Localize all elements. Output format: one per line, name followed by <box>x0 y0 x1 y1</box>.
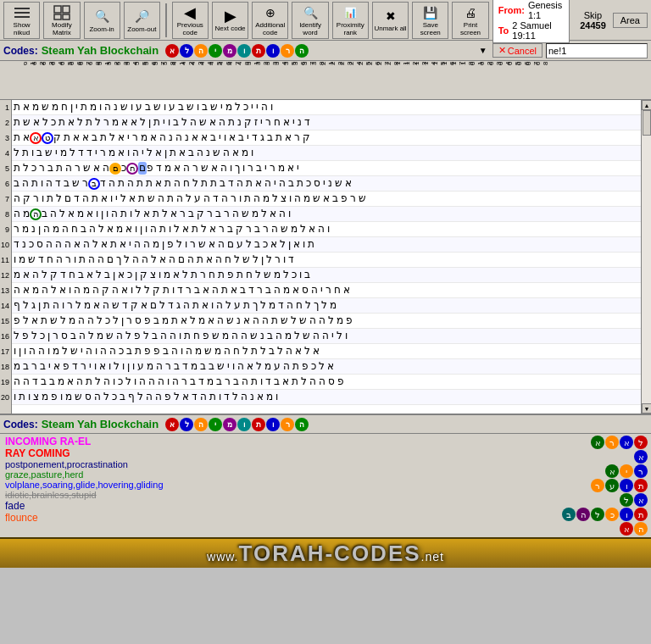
col-3-5: 35 <box>285 62 294 99</box>
col-5-8: 58 <box>164 62 173 99</box>
col-5-7: 57 <box>154 62 164 99</box>
col-1-3: 13 <box>415 62 425 99</box>
cancel-button[interactable]: ✕ Cancel <box>492 43 542 58</box>
proximity-rank-button[interactable]: 📊 Proximity rank <box>332 2 369 39</box>
zoom-out-button[interactable]: 🔎 Zoom-out <box>124 2 160 39</box>
col-0-1: 01 <box>471 62 481 99</box>
print-screen-button[interactable]: 🖨 Print screen <box>452 2 488 39</box>
row-num-20: 20 <box>0 390 11 405</box>
col-3-4: 34 <box>275 62 285 99</box>
scroll-down-button[interactable]: ▼ <box>642 403 651 414</box>
col-1-6: 16 <box>443 62 453 99</box>
text-row: א ש נ י ס כ ת ב ה י ה א ת ה ד ב ת ת ל ח … <box>12 176 641 192</box>
row-numbers: 1 2 3 4 5 6 7 8 9 10 11 12 13 14 15 16 1… <box>0 100 12 414</box>
text-row: ו מ א נ ה ל ד ו ת ה ד א ל פ ה ה ל ף ב כ … <box>12 390 641 405</box>
modify-matrix-button[interactable]: Modify Matrix <box>43 2 80 39</box>
word-volplane: volplane,soaring,glide,hovering,gliding <box>5 480 561 490</box>
bhc-4: י <box>209 418 222 431</box>
scrollbar[interactable]: ▲ ▼ <box>641 100 651 414</box>
right-chars: ל א ר א א ר י א ת ו <box>566 434 651 537</box>
char-row-6: ת ו כ ל ה ב <box>562 508 648 521</box>
text-row: א ח ר י ה ס א מ ה ב ר ד ב א ת ה א ב ר ד … <box>12 283 641 298</box>
hc-8: ו <box>266 44 280 58</box>
matrix-icon <box>52 3 72 22</box>
col-2-4: 24 <box>350 62 359 99</box>
skip-panel: Skip 24459 <box>580 10 606 31</box>
word-flounce: flounce <box>5 512 561 524</box>
col-5-6: 56 <box>145 62 154 99</box>
char-box: א <box>605 464 619 478</box>
text-grid: ו ה י י כ ל מ י ש ב ו ש ב ע ו ש ב ע ו ש … <box>12 100 641 414</box>
col-1-7: 17 <box>453 62 462 99</box>
char-box: א <box>620 522 633 536</box>
char-box: ל <box>634 436 648 449</box>
col-4-2: 42 <box>182 62 192 99</box>
text-row: ו ה א ל מ ש ה ר ב ר ק ב ר א ל ת א ל ו ת … <box>12 222 641 237</box>
zoom-in-icon: 🔍 <box>92 7 112 25</box>
char-row-3: ר י א <box>605 464 648 478</box>
search-input[interactable] <box>546 43 648 58</box>
row-num-14: 14 <box>0 298 11 314</box>
col-0-7: 07 <box>527 62 537 99</box>
char-box: ר <box>605 436 619 449</box>
identify-word-button[interactable]: 🔍 Identify word <box>292 2 328 39</box>
char-box: ת <box>634 479 648 492</box>
from-to-panel: From: Genesis 1:1 To 2 Samuel 19:11 <box>492 0 570 43</box>
next-code-button[interactable]: ▶ Next code <box>212 2 248 39</box>
col-3-3: 33 <box>266 62 275 99</box>
row-num-13: 13 <box>0 283 11 298</box>
char-box: ת <box>634 508 648 521</box>
bottom-content: INCOMING RA-EL RAY COMING postponement,p… <box>0 434 651 537</box>
footer-content: www.TORAH-CODES.net <box>207 541 444 567</box>
dropdown-arrow[interactable]: ▼ <box>479 46 487 55</box>
proximity-icon: 📊 <box>340 3 360 22</box>
row-num-9: 9 <box>0 222 11 237</box>
bhc-2: ל <box>180 418 193 431</box>
additional-code-button[interactable]: ⊕ Additional code <box>252 2 288 39</box>
next-icon: ▶ <box>220 7 241 25</box>
word-ray-coming: RAY COMING <box>5 447 561 459</box>
scroll-track[interactable] <box>642 110 651 403</box>
show-nikud-button[interactable]: Show nikud <box>3 2 40 39</box>
word-fade: fade <box>5 500 561 512</box>
col-6-4: 64 <box>52 62 61 99</box>
bhc-1: א <box>165 418 179 431</box>
row-num-10: 10 <box>0 237 11 253</box>
char-box: ה <box>576 508 590 521</box>
row-num-16: 16 <box>0 329 11 344</box>
word-incoming-ra-el: INCOMING RA-EL <box>5 436 561 447</box>
col-2-1: 21 <box>322 62 331 99</box>
bottom-codes-label: Codes: <box>3 419 38 430</box>
codes-label: Codes: <box>3 45 38 57</box>
save-screen-button[interactable]: 💾 Save screen <box>412 2 448 39</box>
col-6-7: 67 <box>80 62 89 99</box>
svg-rect-4 <box>63 6 70 13</box>
bhc-6: ו <box>237 418 251 431</box>
hc-5: מ <box>223 44 236 58</box>
char-box: א <box>591 436 604 449</box>
col-5-1: 51 <box>98 62 108 99</box>
scroll-up-button[interactable]: ▲ <box>642 100 651 110</box>
unmark-all-button[interactable]: ✖ Unmark all <box>372 2 409 39</box>
text-row: א ל א ה ל ב ל ת ל ח ה מ ש מ ה ו ה ב פ פ … <box>12 344 641 359</box>
char-box: ל <box>620 493 633 507</box>
col-1-5: 15 <box>434 62 443 99</box>
col-5-5: 55 <box>136 62 145 99</box>
col-4-1: 41 <box>173 62 182 99</box>
word-idiotic: idiotic,brainless,stupid <box>5 490 561 500</box>
text-row: ד נ י א ח ר י ז ק נ ת ה א ש ה ל ב ו י ת … <box>12 115 641 130</box>
col-1-1: 11 <box>397 62 406 99</box>
scroll-thumb[interactable] <box>643 110 651 136</box>
row-num-6: 6 <box>0 176 11 192</box>
area-button[interactable]: Area <box>613 13 648 28</box>
col-0-5: 05 <box>509 62 518 99</box>
bhc-5: מ <box>223 418 236 431</box>
text-row: ב ו כ ל מ ש ל ח ת פ ת ח ר ת ל א מ ו צ ק … <box>12 268 641 283</box>
text-row: ש ר פ ב א ש מ ה ו צ ל מ ה ת ו ר ה ד ה ע … <box>12 192 641 207</box>
bhc-10: ה <box>295 418 309 431</box>
bhc-8: ו <box>266 418 280 431</box>
zoom-in-button[interactable]: 🔍 Zoom-in <box>84 2 120 39</box>
char-box: א <box>634 450 648 464</box>
previous-code-button[interactable]: ◀ Previous code <box>172 2 209 39</box>
footer-www: www. <box>207 550 238 564</box>
